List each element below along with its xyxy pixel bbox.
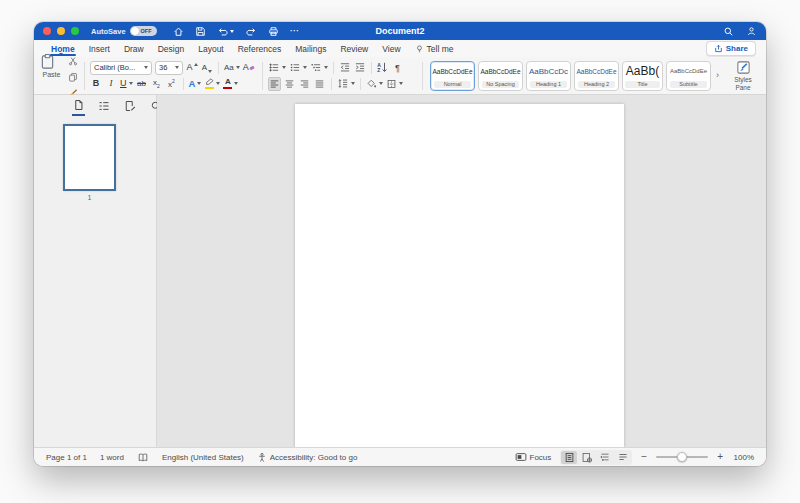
document-page[interactable]	[295, 104, 624, 447]
tab-draw[interactable]: Draw	[117, 40, 151, 57]
tab-design[interactable]: Design	[151, 40, 191, 57]
more-commands-button[interactable]: ⋯	[290, 26, 300, 36]
print-layout-view-button[interactable]	[561, 451, 577, 464]
group-separator	[262, 62, 263, 90]
font-name-select[interactable]: Calibri (Bo...	[90, 61, 152, 75]
search-button[interactable]	[723, 26, 734, 37]
line-spacing-button[interactable]	[337, 77, 355, 91]
show-paragraph-marks-button[interactable]: ¶	[392, 61, 404, 75]
font-size-select[interactable]: 36	[155, 61, 183, 75]
clear-formatting-button[interactable]: A	[243, 61, 255, 75]
decrease-indent-button[interactable]	[339, 61, 351, 75]
borders-button[interactable]	[386, 77, 403, 91]
zoom-slider[interactable]	[656, 452, 708, 462]
bullets-icon	[268, 62, 280, 73]
tab-layout[interactable]: Layout	[191, 40, 231, 57]
undo-button[interactable]	[217, 26, 234, 37]
mini-separator	[331, 78, 332, 90]
shading-dropdown-arrow	[379, 82, 383, 85]
sidebar-tab-headings[interactable]	[97, 97, 111, 115]
close-window-button[interactable]	[43, 27, 51, 35]
accessibility-status[interactable]: Accessibility: Good to go	[257, 452, 358, 463]
copy-icon	[68, 72, 78, 82]
page-thumbnails-icon	[73, 99, 84, 111]
underline-button[interactable]: U	[120, 77, 133, 91]
save-button[interactable]	[195, 26, 206, 37]
page-edit-icon	[124, 100, 136, 112]
proofing-status[interactable]	[137, 452, 149, 463]
grow-font-button[interactable]: A	[186, 61, 198, 75]
zoom-in-button[interactable]: +	[717, 452, 723, 462]
tab-insert[interactable]: Insert	[82, 40, 117, 57]
tab-view[interactable]: View	[375, 40, 407, 57]
accessibility-icon	[257, 452, 267, 463]
zoom-out-button[interactable]: −	[641, 452, 647, 462]
numbering-button[interactable]	[289, 61, 307, 75]
status-bar: Page 1 of 1 1 word English (United State…	[34, 447, 766, 466]
minimize-window-button[interactable]	[57, 27, 65, 35]
font-color-dropdown-arrow	[234, 82, 238, 85]
draft-view-button[interactable]	[615, 451, 631, 464]
change-case-button[interactable]: Aa	[224, 61, 240, 75]
outline-view-button[interactable]	[597, 451, 613, 464]
tab-mailings[interactable]: Mailings	[288, 40, 333, 57]
redo-button[interactable]	[245, 26, 257, 37]
copy-button[interactable]	[67, 70, 79, 84]
home-icon	[173, 26, 184, 37]
strikethrough-button[interactable]: ab	[136, 77, 148, 91]
align-right-icon	[299, 79, 310, 89]
style-heading-1[interactable]: AaBbCcDc Heading 1	[526, 61, 571, 91]
share-presence-button[interactable]	[746, 26, 757, 37]
sidebar-tab-thumbnails[interactable]	[72, 96, 85, 116]
zoom-level[interactable]: 100%	[732, 453, 754, 462]
tab-review[interactable]: Review	[333, 40, 375, 57]
increase-indent-button[interactable]	[354, 61, 366, 75]
home-button[interactable]	[173, 26, 184, 37]
tab-tell-me[interactable]: Tell me	[408, 40, 461, 57]
tab-home[interactable]: Home	[44, 40, 82, 57]
focus-mode-button[interactable]: Focus	[515, 452, 552, 462]
subscript-button[interactable]: x2	[151, 77, 163, 91]
bullets-button[interactable]	[268, 61, 286, 75]
print-button[interactable]	[268, 26, 279, 37]
shrink-font-button[interactable]: A	[201, 61, 213, 75]
align-right-button[interactable]	[299, 77, 311, 91]
style-title[interactable]: AaBb( Title	[622, 61, 663, 91]
italic-button[interactable]: I	[105, 77, 117, 91]
style-subtitle[interactable]: AaBbCcDdEe Subtitle	[666, 61, 711, 91]
more-styles-arrow[interactable]: ›	[716, 71, 719, 80]
style-normal-name: Normal	[434, 81, 472, 88]
word-count-status[interactable]: 1 word	[100, 453, 124, 462]
tab-references[interactable]: References	[231, 40, 288, 57]
style-normal[interactable]: AaBbCcDdEe Normal	[430, 61, 475, 91]
sort-button[interactable]: AZ	[377, 61, 389, 75]
change-case-label: Aa	[224, 63, 234, 72]
styles-pane-button[interactable]: Styles Pane	[726, 60, 760, 91]
share-button[interactable]: Share	[706, 41, 756, 56]
zoom-window-button[interactable]	[71, 27, 79, 35]
style-heading-2-sample: AaBbCcDdEe	[576, 62, 616, 81]
paragraph-group: AZ ¶	[268, 60, 417, 92]
bold-button[interactable]: B	[90, 77, 102, 91]
web-layout-view-button[interactable]	[579, 451, 595, 464]
align-center-button[interactable]	[284, 77, 296, 91]
justify-button[interactable]	[314, 77, 326, 91]
text-effects-button[interactable]: A	[189, 77, 202, 91]
superscript-button[interactable]: x2	[166, 77, 178, 91]
multilevel-list-button[interactable]	[310, 61, 328, 75]
page-count-status[interactable]: Page 1 of 1	[46, 453, 87, 462]
font-group: Calibri (Bo... 36 A A Aa A	[90, 60, 257, 92]
page-thumbnail-1[interactable]	[63, 124, 116, 191]
shading-button[interactable]	[366, 77, 383, 91]
autosave-toggle[interactable]: OFF	[130, 26, 157, 36]
style-heading-2[interactable]: AaBbCcDdEe Heading 2	[574, 61, 619, 91]
align-left-button[interactable]	[268, 77, 281, 91]
styles-pane-label: Styles Pane	[726, 76, 760, 91]
language-status[interactable]: English (United States)	[162, 453, 244, 462]
style-no-spacing[interactable]: AaBbCcDdEe No Spacing	[478, 61, 523, 91]
zoom-slider-knob[interactable]	[677, 452, 687, 462]
font-color-button[interactable]: A	[223, 77, 238, 91]
window-controls	[43, 27, 79, 35]
sidebar-tab-comments[interactable]	[123, 97, 137, 115]
highlight-button[interactable]	[204, 77, 220, 91]
